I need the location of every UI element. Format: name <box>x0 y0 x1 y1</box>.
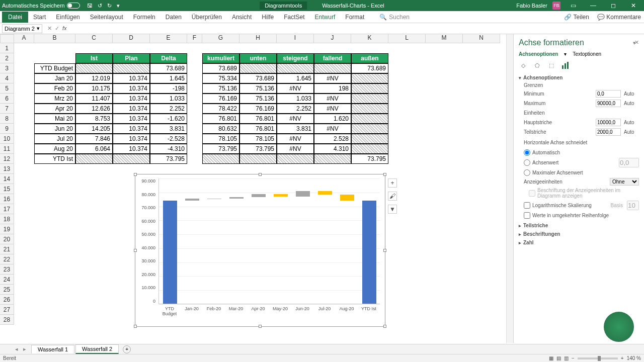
chart-handle[interactable] <box>383 249 386 252</box>
user-avatar[interactable]: FB <box>552 2 560 10</box>
view-pagebreak-icon[interactable]: ▥ <box>564 355 569 361</box>
zoom-out-icon[interactable]: − <box>572 355 575 361</box>
section-number[interactable]: Zahl <box>519 240 639 245</box>
chart-handle[interactable] <box>259 325 262 328</box>
format-axis-pane: Achse formatieren ▾ ✕ Achsenoptionen▾ Te… <box>513 34 644 343</box>
ribbon-options-icon[interactable]: ▭ <box>566 2 581 9</box>
display-units-label: Anzeigeeinheiten <box>524 179 610 185</box>
chart-elements-button[interactable]: + <box>388 178 397 188</box>
close-icon[interactable]: ✕ <box>626 2 641 9</box>
fill-icon[interactable]: ◇ <box>519 61 528 70</box>
qat-more-icon[interactable]: ▾ <box>117 3 120 9</box>
tab-start[interactable]: Start <box>28 14 51 21</box>
section-labels[interactable]: Beschriftungen <box>519 231 639 237</box>
effects-icon[interactable]: ⬠ <box>533 61 542 70</box>
cancel-icon[interactable]: ✕ <box>47 25 52 32</box>
sheet-tab-2[interactable]: Wasserfall 2 <box>75 344 119 354</box>
svg-rect-1 <box>565 63 566 69</box>
fx-icon[interactable]: fx <box>62 25 67 32</box>
share-button[interactable]: 🔗 Teilen <box>564 14 589 21</box>
radio-max-axis-value[interactable] <box>524 169 530 176</box>
svg-rect-2 <box>567 62 569 69</box>
tab-help[interactable]: Hilfe <box>257 14 279 21</box>
chart-handle[interactable] <box>134 173 137 176</box>
tab-design[interactable]: Entwurf <box>310 14 341 21</box>
chart-handle[interactable] <box>134 249 137 252</box>
major-label: Hauptstriche <box>524 120 596 125</box>
chart-handle[interactable] <box>259 173 262 176</box>
chart-plot-area[interactable] <box>158 178 380 304</box>
tab-insert[interactable]: Einfügen <box>51 14 85 21</box>
min-auto[interactable]: Auto <box>624 91 639 97</box>
sheet-nav-prev[interactable]: ▸ <box>23 346 26 352</box>
radio-automatic[interactable] <box>524 149 530 156</box>
sheet-nav-first[interactable]: ◂ <box>15 346 18 352</box>
search-box[interactable]: 🔍Suchen <box>379 14 410 21</box>
tab-factset[interactable]: FactSet <box>279 14 309 21</box>
formula-input[interactable] <box>70 24 644 33</box>
sheet-tab-1[interactable]: Wasserfall 1 <box>31 345 74 353</box>
show-units-label-checkbox <box>529 190 535 197</box>
chart-x-axis[interactable]: YTD BudgetJan-20Feb-20Mar-20Apr-20May-20… <box>158 306 380 316</box>
chart-filter-button[interactable]: ▼ <box>388 205 397 214</box>
maximize-icon[interactable]: ◻ <box>606 2 621 9</box>
section-axis-options[interactable]: Achsenoptionen <box>519 75 639 80</box>
max-input[interactable] <box>596 100 621 107</box>
units-label: Einheiten <box>519 110 639 116</box>
row-headers[interactable]: 1234567891011121314151617181920212223242… <box>0 43 14 325</box>
sheet-area[interactable]: ABCDEFGHIJKLMN 1234567891011121314151617… <box>0 34 513 343</box>
axis-icon[interactable] <box>561 61 570 70</box>
view-normal-icon[interactable]: ▦ <box>549 355 553 361</box>
redo-icon[interactable]: ↻ <box>107 3 112 9</box>
tab-review[interactable]: Überprüfen <box>187 14 227 21</box>
undo-icon[interactable]: ↺ <box>98 3 102 9</box>
tab-view[interactable]: Ansicht <box>227 14 257 21</box>
status-ready: Bereit <box>3 355 16 361</box>
chart-styles-button[interactable]: 🖌 <box>388 192 397 201</box>
subtab-text-options[interactable]: Textoptionen <box>573 51 601 57</box>
minor-input[interactable] <box>596 128 621 136</box>
tab-formulas[interactable]: Formeln <box>128 14 160 21</box>
subtab-axis-options[interactable]: Achsenoptionen <box>519 51 558 57</box>
section-ticks[interactable]: Teilstriche <box>519 223 639 228</box>
major-input[interactable] <box>596 119 621 126</box>
comments-button[interactable]: 💬 Kommentare <box>597 14 641 21</box>
zoom-in-icon[interactable]: + <box>621 355 624 361</box>
chart-y-axis[interactable]: 90.00080.00070.00060.00050.00040.00030.0… <box>140 178 155 312</box>
bounds-label: Grenzen <box>519 82 639 88</box>
chart-handle[interactable] <box>134 325 137 328</box>
name-box[interactable]: Diagramm 2▾ <box>2 24 42 33</box>
zoom-slider[interactable] <box>578 357 618 359</box>
autosave-toggle[interactable]: Automatisches Speichern <box>2 3 80 9</box>
max-label: Maximum <box>524 101 596 106</box>
watermark-logo <box>604 312 634 342</box>
vertical-scrollbar[interactable] <box>506 34 513 343</box>
tab-data[interactable]: Daten <box>160 14 187 21</box>
select-all-corner[interactable] <box>0 34 14 43</box>
max-auto[interactable]: Auto <box>624 101 639 106</box>
view-pagelayout-icon[interactable]: ▤ <box>556 355 561 361</box>
size-icon[interactable]: ⬚ <box>547 61 556 70</box>
log-checkbox[interactable] <box>524 202 530 209</box>
display-units-select[interactable]: Ohne <box>610 178 639 186</box>
enter-icon[interactable]: ✓ <box>55 25 59 32</box>
save-icon[interactable]: 🖫 <box>87 3 93 9</box>
chart-object[interactable]: + 🖌 ▼ 90.00080.00070.00060.00050.00040.0… <box>135 174 385 327</box>
add-sheet-button[interactable]: + <box>123 345 131 353</box>
chart-handle[interactable] <box>383 173 386 176</box>
minimize-icon[interactable]: — <box>586 2 601 9</box>
pane-close-icon[interactable]: ✕ <box>634 39 639 46</box>
tab-format[interactable]: Format <box>340 14 369 21</box>
minor-auto[interactable]: Auto <box>624 129 639 135</box>
major-auto[interactable]: Auto <box>624 120 639 125</box>
user-name[interactable]: Fabio Basler <box>516 3 547 9</box>
min-input[interactable] <box>596 90 621 98</box>
zoom-level[interactable]: 140 % <box>627 355 641 361</box>
radio-axis-value[interactable] <box>524 159 530 166</box>
chart-handle[interactable] <box>383 325 386 328</box>
tab-pagelayout[interactable]: Seitenlayout <box>85 14 128 21</box>
reverse-checkbox[interactable] <box>524 212 530 219</box>
column-headers[interactable]: ABCDEFGHIJKLMN <box>14 34 513 43</box>
tab-file[interactable]: Datei <box>2 12 28 23</box>
titlebar: Automatisches Speichern 🖫 ↺ ↻ ▾ Diagramm… <box>0 0 644 11</box>
